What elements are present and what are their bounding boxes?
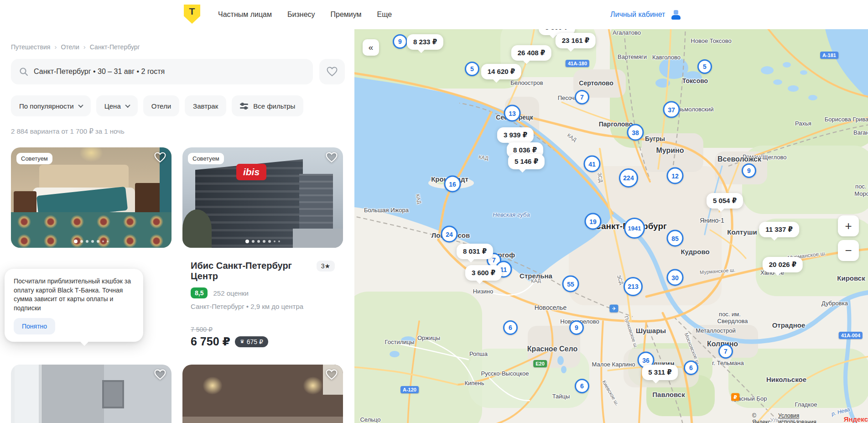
carousel-dot[interactable] — [252, 240, 255, 243]
breadcrumb-item[interactable]: Путешествия — [11, 43, 50, 51]
map-cluster[interactable]: 9 — [742, 163, 756, 178]
carousel-dot[interactable] — [74, 240, 78, 243]
map-cluster[interactable]: 19 — [585, 213, 602, 230]
map-price-marker[interactable]: 8 031 ₽ — [457, 244, 493, 259]
hotel-card[interactable]: Советуем 5 950 ₽ ♛595 ₽ Посчитали прибли… — [11, 147, 172, 248]
hotel-card[interactable]: ibis Советуем Ибис Санкт-Петербург Центр… — [182, 147, 343, 348]
hotel-photo[interactable]: ibis Советуем — [182, 147, 343, 248]
map-cluster[interactable]: 55 — [562, 276, 579, 292]
carousel-dot[interactable] — [97, 240, 99, 243]
map-cluster[interactable]: 24 — [441, 226, 458, 243]
search-input[interactable]: Санкт-Петербург • 30 – 31 авг • 2 гостя — [11, 59, 313, 84]
map-price-marker[interactable]: 14 620 ₽ — [481, 64, 521, 79]
carousel-dots[interactable] — [182, 240, 343, 243]
map-cluster[interactable]: 6 — [575, 379, 589, 393]
map-cluster[interactable]: 9 — [569, 320, 584, 335]
yandex-logo[interactable]: Яндекс — [844, 415, 868, 423]
nav-item[interactable]: Еще — [377, 10, 392, 19]
favorites-button[interactable] — [319, 59, 345, 84]
carousel-dot[interactable] — [86, 240, 88, 243]
filter-chip[interactable]: Все фильтры — [232, 95, 303, 116]
filter-chip[interactable]: Цена — [96, 95, 138, 116]
map-cluster[interactable]: 7 — [575, 90, 589, 104]
heart-icon[interactable] — [326, 369, 338, 382]
map-place-label: Дубровка — [821, 300, 848, 307]
carousel-dot[interactable] — [91, 240, 94, 243]
map-cluster[interactable]: 38 — [627, 124, 644, 141]
nav-item[interactable]: Бизнесу — [287, 10, 315, 19]
carousel-dot[interactable] — [257, 240, 260, 243]
carousel-dot[interactable] — [80, 240, 83, 243]
breadcrumb-item[interactable]: Отели — [61, 43, 79, 51]
filter-chip[interactable]: Отели — [143, 95, 179, 116]
heart-icon[interactable] — [154, 369, 166, 382]
map[interactable]: « + − АгалатовоНовое ТоксовоВартемягиКав… — [354, 29, 868, 423]
search-icon — [19, 67, 28, 76]
map-cluster[interactable]: 6 — [503, 320, 518, 335]
chevron-right-icon: › — [83, 43, 86, 51]
map-price-marker[interactable]: 26 408 ₽ — [511, 45, 551, 61]
map-price-marker[interactable]: 8 233 ₽ — [407, 34, 443, 50]
map-place-label: КАД — [531, 277, 541, 283]
nav-item[interactable]: Премиум — [331, 10, 362, 19]
filter-chip[interactable]: Завтрак — [185, 95, 226, 116]
carousel-dot[interactable] — [268, 240, 271, 243]
tooltip-text: Посчитали приблизительный кэшбэк за опла… — [14, 277, 134, 313]
carousel-dot[interactable] — [107, 240, 109, 242]
map-place-label: Новоселье — [535, 304, 567, 311]
heart-icon[interactable] — [326, 152, 338, 165]
map-price-marker[interactable]: 3 600 ₽ — [465, 265, 502, 281]
map-cluster[interactable]: 5 — [697, 59, 712, 74]
map-cluster[interactable]: 9 — [393, 34, 407, 49]
map-cluster[interactable]: 6 — [684, 360, 698, 375]
map-price-marker[interactable]: 11 337 ₽ — [759, 222, 799, 237]
map-cluster[interactable]: 37 — [663, 101, 680, 118]
zoom-out-button[interactable]: − — [838, 240, 859, 261]
hotel-title[interactable]: Ибис Санкт-Петербург Центр — [191, 261, 317, 282]
map-price-marker[interactable]: 20 026 ₽ — [763, 257, 803, 272]
map-price-marker[interactable]: 23 161 ₽ — [556, 33, 596, 48]
hotel-card[interactable] — [182, 365, 343, 423]
filter-chip-label: Завтрак — [193, 102, 218, 110]
map-cluster[interactable]: 12 — [667, 167, 684, 184]
filter-chip[interactable]: По популярности — [11, 95, 91, 116]
map-place-label: Бугры — [645, 135, 665, 142]
carousel-dot[interactable] — [245, 240, 249, 243]
map-cluster[interactable]: 5 — [465, 62, 479, 76]
map-price-marker[interactable]: 5 146 ₽ — [508, 154, 545, 169]
map-price-marker[interactable]: 3 939 ₽ — [497, 127, 534, 143]
map-cluster[interactable]: 13 — [504, 105, 521, 122]
tooltip-ok-button[interactable]: Понятно — [14, 318, 55, 334]
map-collapse-button[interactable]: « — [363, 39, 379, 56]
map-cluster[interactable]: 30 — [667, 269, 684, 286]
carousel-dot[interactable] — [274, 240, 275, 242]
hotel-photo[interactable] — [11, 365, 172, 423]
terms-link[interactable]: Условия использования — [778, 413, 837, 423]
map-cluster[interactable]: 213 — [624, 277, 643, 296]
results-summary: 2 884 варианта от 1 700 ₽ за 1 ночь — [11, 127, 125, 136]
stars-badge: 3★ — [317, 261, 335, 272]
tbank-logo[interactable]: T — [184, 5, 200, 24]
map-cluster[interactable]: 85 — [667, 230, 684, 247]
zoom-in-button[interactable]: + — [838, 215, 859, 236]
map-cluster[interactable]: 16 — [444, 176, 461, 193]
nav-item[interactable]: Частным лицам — [218, 10, 272, 19]
cashback-badge: ♛675 ₽ — [235, 336, 268, 347]
carousel-dot[interactable] — [263, 240, 265, 243]
map-cluster[interactable]: 1941 — [624, 218, 645, 239]
carousel-dots[interactable] — [11, 240, 172, 243]
hotel-photo[interactable] — [182, 365, 343, 423]
map-price-marker[interactable]: 5 311 ₽ — [642, 365, 678, 380]
heart-icon[interactable] — [154, 152, 166, 165]
map-place-label: Рахья — [795, 120, 811, 127]
map-cluster[interactable]: 41 — [584, 156, 601, 172]
map-cluster[interactable]: 7 — [718, 344, 733, 359]
map-price-marker[interactable]: 5 054 ₽ — [707, 193, 743, 209]
carousel-dot[interactable] — [278, 240, 280, 242]
carousel-dot[interactable] — [102, 240, 104, 242]
map-cluster[interactable]: 224 — [619, 168, 638, 188]
hotel-photo[interactable]: Советуем — [11, 147, 172, 248]
hotel-card[interactable] — [11, 365, 172, 423]
account-button[interactable]: Личный кабинет — [610, 0, 681, 29]
reviews-count: 252 оценки — [213, 289, 249, 297]
